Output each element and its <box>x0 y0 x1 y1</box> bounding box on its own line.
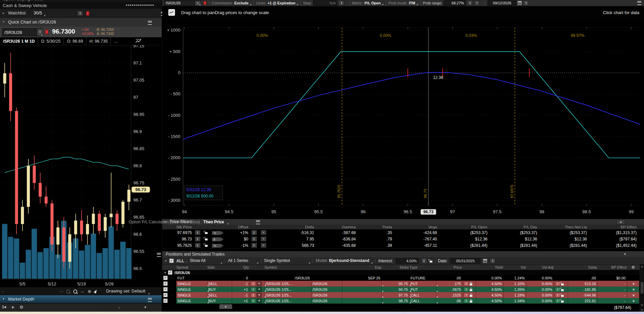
price-stepper[interactable]: ▲▼ <box>464 293 469 298</box>
all-checkbox[interactable]: ✓ <box>169 259 174 263</box>
drawing-set-selector[interactable]: Drawing set: Default <box>106 288 149 294</box>
gear-icon[interactable]: ⚙ <box>627 265 639 270</box>
qty-dropdown-icon[interactable]: ▼ <box>257 299 262 303</box>
series-selector[interactable]: All 1 Series <box>228 258 258 264</box>
offset-stepper[interactable]: ▲▼ <box>251 230 257 235</box>
analyze-symbol-combo[interactable]: /SR3U26 ▼ <box>164 0 201 6</box>
unlock-icon[interactable] <box>205 245 208 247</box>
chevron-down-icon[interactable]: ▾ <box>165 259 167 263</box>
link-badge-icon[interactable]: 1 <box>86 11 89 16</box>
price-stepper[interactable]: ▲▼ <box>464 299 469 303</box>
price-cell[interactable]: .0675 <box>436 286 463 292</box>
add-icon[interactable]: + <box>11 305 14 310</box>
step-input[interactable]: N/A <box>313 0 337 6</box>
qty-dropdown-icon[interactable]: ▼ <box>257 287 262 292</box>
unlock-icon[interactable] <box>561 301 564 303</box>
spread-cell[interactable]: SINGLE <box>176 281 207 286</box>
offset-stepper[interactable]: ▲▼ <box>251 243 257 248</box>
zoom-in-icon[interactable] <box>73 289 77 294</box>
row-checkbox[interactable]: ✓ <box>163 293 168 297</box>
qty-stepper[interactable]: ▲▼ <box>251 293 256 298</box>
split-adjust-icon[interactable]: ▲▼ <box>77 11 83 16</box>
prob-mode-selector[interactable]: Prob mode: ITM <box>388 1 418 5</box>
collapse-section-icon[interactable]: ▼ <box>624 253 627 256</box>
col-delta[interactable]: Delta <box>568 265 598 269</box>
crosshair-icon[interactable]: ⊕ <box>88 289 91 294</box>
scroll-left-icon[interactable]: ‹ <box>2 289 3 293</box>
qty-stepper[interactable]: ▲▼ <box>251 287 256 292</box>
qty-dropdown-icon[interactable]: ▼ <box>257 281 262 286</box>
qty-stepper[interactable]: ▲▼ <box>251 281 256 286</box>
remove-row-button[interactable]: × <box>627 286 639 292</box>
slice-offset[interactable]: $0 <box>225 237 249 241</box>
spread-cell[interactable]: SINGLE <box>176 298 207 304</box>
link-badge-icon[interactable]: 1 <box>45 30 48 34</box>
offset-dropdown-icon[interactable]: ▼ <box>261 243 266 248</box>
prob-range-stepper[interactable]: ▲▼ <box>467 0 473 6</box>
add-slice-button[interactable]: + <box>616 220 625 225</box>
vol-adj-cell[interactable]: 0.00% <box>526 298 554 304</box>
price-slice-row[interactable]: 96.73 ▲▼ $ $0 ▲▼ ▼ 7.95 -636.84 .79 -767… <box>162 236 644 242</box>
offset-stepper[interactable]: ▲▼ <box>251 236 257 241</box>
qty-cell[interactable]: -1 <box>232 292 250 298</box>
vol-adj-stepper[interactable]: ▲▼ <box>555 293 560 298</box>
symbol-group-row[interactable]: ▾ ✓ /SR3U26 <box>162 270 640 275</box>
col-pl-open[interactable]: P/L Open <box>438 225 488 229</box>
slice-offset[interactable]: -1% <box>225 243 249 248</box>
calendar-icon[interactable] <box>518 1 522 5</box>
strike-cell[interactable]: 94.75 <box>382 286 410 292</box>
gear-icon[interactable]: ⚙ <box>19 305 24 310</box>
slice-price[interactable]: 97.6975 <box>162 230 192 235</box>
col-side[interactable]: Side <box>207 265 232 269</box>
slice-offset[interactable]: +1% <box>225 230 249 235</box>
unlock-icon[interactable] <box>205 238 208 240</box>
symbol-mode-selector[interactable]: Single Symbol <box>264 258 310 264</box>
calendar-icon[interactable] <box>483 259 487 263</box>
col-bp-effect[interactable]: BP Effect <box>598 265 627 269</box>
chevron-down-icon[interactable]: ▾ <box>3 20 4 24</box>
qty-dropdown-icon[interactable]: ▼ <box>257 293 262 298</box>
pl-calc-selector[interactable]: Option P/L Calculation (Live Price Slice… <box>129 220 228 224</box>
unlock-icon[interactable] <box>561 283 564 285</box>
lock-icon[interactable] <box>470 295 472 297</box>
spread-cell[interactable]: SINGLE <box>176 286 207 292</box>
vol-adj-cell[interactable]: 0.00% <box>526 281 554 286</box>
col-vol-adj[interactable]: Vol Adj <box>526 265 554 269</box>
quick-chart-menu-icon[interactable] <box>148 21 152 25</box>
line-chart-icon[interactable] <box>135 39 142 44</box>
collapse-table-tab[interactable]: ▲ <box>219 304 232 309</box>
row-checkbox[interactable]: ✓ <box>163 299 168 303</box>
chevron-right-icon[interactable]: ▸ <box>3 11 4 15</box>
strike-cell[interactable]: 97.75 <box>382 292 410 298</box>
quick-chart-canvas[interactable]: 97.1597.197.059796.9596.996.8596.896.759… <box>0 45 162 287</box>
price-cell[interactable]: .175 <box>436 281 463 286</box>
slice-stepper[interactable]: ▲▼ <box>195 236 201 241</box>
col-stk-price[interactable]: Stk Price <box>162 225 192 229</box>
spread-cell[interactable]: SINGLE <box>176 292 207 298</box>
prob-range-dropdown-icon[interactable]: ▼ <box>474 0 480 6</box>
unlock-icon[interactable] <box>561 289 564 291</box>
qty-cell[interactable]: +1 <box>232 286 250 292</box>
col-strike[interactable]: Strike <box>382 265 410 269</box>
combo-arrow-icon[interactable]: ▼ <box>37 29 43 36</box>
date-input[interactable]: 05/31/2025 <box>450 258 480 264</box>
price-slices-menu-icon[interactable] <box>256 220 260 224</box>
col-pl-day[interactable]: P/L Day <box>488 225 538 229</box>
symbol-combo[interactable]: /SR3U26 ▼ <box>2 28 43 36</box>
row-checkbox[interactable]: ✓ <box>163 287 168 291</box>
watchlist-selector[interactable]: 30/5 <box>34 10 45 16</box>
pan-icon[interactable]: ↔ <box>80 289 85 294</box>
unlock-icon[interactable] <box>430 261 432 263</box>
vol-adj-cell[interactable]: 0.00% <box>526 286 554 292</box>
model-selector[interactable]: Model: Bjerksund-Stensland <box>316 258 373 264</box>
analyze-menu-icon[interactable] <box>637 1 641 5</box>
offset-dropdown-icon[interactable]: ▼ <box>261 236 266 241</box>
col-type[interactable]: Type <box>410 265 436 269</box>
positions-menu-icon[interactable] <box>157 253 161 257</box>
option-desc-cell[interactable]: /SR3U26 1/25... <box>264 292 311 298</box>
position-row-sell[interactable]: ✓ ~ SINGLE SELL -1 ▲▼▼ /SR3U26 1/25... /… <box>162 281 640 286</box>
row-checkbox[interactable]: ✓ <box>163 276 168 280</box>
scrollbar-thumb[interactable] <box>641 282 643 294</box>
slice-stepper[interactable]: ▲▼ <box>195 230 201 235</box>
row-checkbox[interactable]: ✓ <box>163 281 168 286</box>
